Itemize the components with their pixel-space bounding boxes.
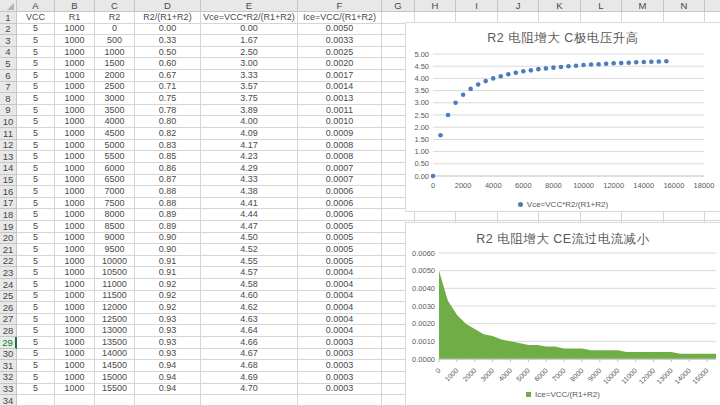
cell-E19[interactable]: 4.47 — [201, 221, 298, 233]
cell-D25[interactable]: 0.92 — [135, 291, 201, 303]
cell-C22[interactable]: 10000 — [95, 256, 135, 268]
cell-F4[interactable]: 0.0025 — [298, 47, 382, 59]
cell-D18[interactable]: 0.89 — [135, 209, 201, 221]
cell-A1[interactable]: VCC — [17, 12, 55, 24]
cell-B33[interactable]: 1000 — [55, 384, 95, 396]
cell-E31[interactable]: 4.68 — [201, 360, 298, 372]
cell-F16[interactable]: 0.0006 — [298, 186, 382, 198]
row-header-14[interactable]: 14 — [0, 163, 17, 175]
cell-B24[interactable]: 1000 — [55, 279, 95, 291]
cell-E9[interactable]: 3.89 — [201, 105, 298, 117]
cell-F23[interactable]: 0.0004 — [298, 267, 382, 279]
cell-F6[interactable]: 0.0017 — [298, 70, 382, 82]
cell-C12[interactable]: 5000 — [95, 140, 135, 152]
cell-B26[interactable]: 1000 — [55, 302, 95, 314]
cell-F22[interactable]: 0.0005 — [298, 256, 382, 268]
cell-E1[interactable]: Vce=VCC*R2/(R1+R2) — [201, 12, 298, 24]
cell-C10[interactable]: 4000 — [95, 116, 135, 128]
cell-C11[interactable]: 4500 — [95, 128, 135, 140]
cell-E33[interactable]: 4.70 — [201, 384, 298, 396]
cell-F32[interactable]: 0.0003 — [298, 372, 382, 384]
cell-B5[interactable]: 1000 — [55, 58, 95, 70]
cell-A27[interactable]: 5 — [17, 314, 55, 326]
column-header-G[interactable]: G — [382, 0, 415, 12]
cell-A15[interactable]: 5 — [17, 175, 55, 187]
cell-D32[interactable]: 0.94 — [135, 372, 201, 384]
cell-F15[interactable]: 0.0007 — [298, 175, 382, 187]
cell-B14[interactable]: 1000 — [55, 163, 95, 175]
cell-D34[interactable] — [135, 395, 201, 405]
cell-B1[interactable]: R1 — [55, 12, 95, 24]
cell-F21[interactable]: 0.0005 — [298, 244, 382, 256]
cell-E20[interactable]: 4.50 — [201, 233, 298, 245]
cell-A12[interactable]: 5 — [17, 140, 55, 152]
cell-A5[interactable]: 5 — [17, 58, 55, 70]
column-header-H[interactable]: H — [415, 0, 456, 12]
cell-E7[interactable]: 3.57 — [201, 82, 298, 94]
cell-D9[interactable]: 0.78 — [135, 105, 201, 117]
cell-E27[interactable]: 4.63 — [201, 314, 298, 326]
cell-B22[interactable]: 1000 — [55, 256, 95, 268]
cell-D21[interactable]: 0.90 — [135, 244, 201, 256]
cell-B32[interactable]: 1000 — [55, 372, 95, 384]
cell-D8[interactable]: 0.75 — [135, 93, 201, 105]
cell-D22[interactable]: 0.91 — [135, 256, 201, 268]
cell-C8[interactable]: 3000 — [95, 93, 135, 105]
column-header-K[interactable]: K — [539, 0, 581, 12]
cell-E30[interactable]: 4.67 — [201, 349, 298, 361]
cell-F18[interactable]: 0.0006 — [298, 209, 382, 221]
cell-B3[interactable]: 1000 — [55, 35, 95, 47]
cell-E4[interactable]: 2.50 — [201, 47, 298, 59]
cell-A32[interactable]: 5 — [17, 372, 55, 384]
cell-A8[interactable]: 5 — [17, 93, 55, 105]
cell-D15[interactable]: 0.87 — [135, 175, 201, 187]
cell-A25[interactable]: 5 — [17, 291, 55, 303]
cell-A7[interactable]: 5 — [17, 82, 55, 94]
cell-A24[interactable]: 5 — [17, 279, 55, 291]
cell-D26[interactable]: 0.92 — [135, 302, 201, 314]
row-header-30[interactable]: 30 — [0, 349, 17, 361]
cell-C1[interactable]: R2 — [95, 12, 135, 24]
row-header-20[interactable]: 20 — [0, 233, 17, 245]
cell-F17[interactable]: 0.0006 — [298, 198, 382, 210]
cell-C4[interactable]: 1000 — [95, 47, 135, 59]
cell-B4[interactable]: 1000 — [55, 47, 95, 59]
cell-B25[interactable]: 1000 — [55, 291, 95, 303]
row-header-7[interactable]: 7 — [0, 82, 17, 94]
row-header-4[interactable]: 4 — [0, 47, 17, 59]
select-all-button[interactable] — [0, 0, 17, 12]
column-header-O[interactable]: O — [705, 0, 720, 12]
cell-E23[interactable]: 4.57 — [201, 267, 298, 279]
cell-F24[interactable]: 0.0004 — [298, 279, 382, 291]
cell-A17[interactable]: 5 — [17, 198, 55, 210]
cell-F14[interactable]: 0.0007 — [298, 163, 382, 175]
cell-D2[interactable]: 0.00 — [135, 24, 201, 36]
cell-E34[interactable] — [201, 395, 298, 405]
cell-B29[interactable]: 1000 — [55, 337, 95, 349]
cell-F27[interactable]: 0.0004 — [298, 314, 382, 326]
cell-A3[interactable]: 5 — [17, 35, 55, 47]
cell-A33[interactable]: 5 — [17, 384, 55, 396]
cell-F9[interactable]: 0.0011 — [298, 105, 382, 117]
cell-D3[interactable]: 0.33 — [135, 35, 201, 47]
column-header-E[interactable]: E — [201, 0, 298, 12]
cell-C5[interactable]: 1500 — [95, 58, 135, 70]
cell-E13[interactable]: 4.23 — [201, 151, 298, 163]
cell-D10[interactable]: 0.80 — [135, 116, 201, 128]
column-header-M[interactable]: M — [622, 0, 664, 12]
cell-B10[interactable]: 1000 — [55, 116, 95, 128]
cell-E15[interactable]: 4.33 — [201, 175, 298, 187]
cell-F7[interactable]: 0.0014 — [298, 82, 382, 94]
cell-C27[interactable]: 12500 — [95, 314, 135, 326]
cell-F34[interactable] — [298, 395, 382, 405]
row-header-24[interactable]: 24 — [0, 279, 17, 291]
cell-F8[interactable]: 0.0013 — [298, 93, 382, 105]
row-header-6[interactable]: 6 — [0, 70, 17, 82]
cell-F25[interactable]: 0.0004 — [298, 291, 382, 303]
cell-E25[interactable]: 4.60 — [201, 291, 298, 303]
row-header-2[interactable]: 2 — [0, 24, 17, 36]
cell-B19[interactable]: 1000 — [55, 221, 95, 233]
cell-C14[interactable]: 6000 — [95, 163, 135, 175]
cell-F13[interactable]: 0.0008 — [298, 151, 382, 163]
row-header-22[interactable]: 22 — [0, 256, 17, 268]
